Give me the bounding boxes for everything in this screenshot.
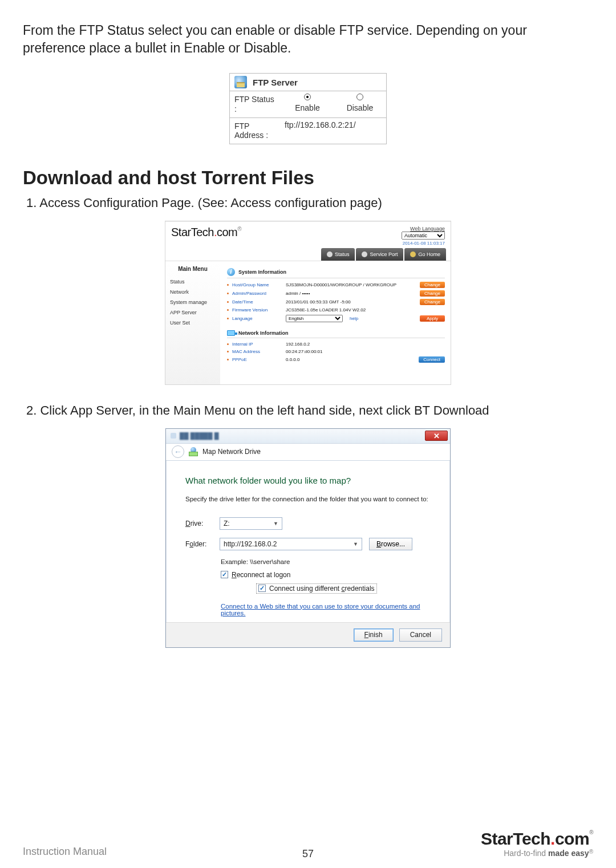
ftp-enable-radio[interactable] xyxy=(304,94,311,100)
topbar-serviceport-button[interactable]: Service Port xyxy=(356,248,403,261)
topbar-status-button[interactable]: Status xyxy=(321,248,355,261)
finish-button[interactable]: Finish xyxy=(354,628,394,642)
ftp-address-value: ftp://192.168.0.2:21/ xyxy=(281,118,386,144)
checkbox-icon xyxy=(221,571,228,578)
different-credentials-checkbox-row[interactable]: Connect using different credentials xyxy=(256,583,377,594)
connect-button[interactable]: Connect xyxy=(419,356,445,363)
change-button[interactable]: Change xyxy=(420,299,445,305)
row-pppoe: PPPoE0.0.0.0Connect xyxy=(227,355,445,364)
reconnect-checkbox-row[interactable]: Reconnect at logon xyxy=(221,571,431,579)
footer-right: StarTech.com® Hard-to-find made easy® xyxy=(481,829,593,858)
row-admin-password: Admin/Passwordadmin / •••••Change xyxy=(227,289,445,298)
ftp-enable-label: Enable xyxy=(295,103,320,112)
row-internal-ip: Internal IP192.168.0.2 xyxy=(227,340,445,348)
startech-logo: StarTech.com® xyxy=(171,226,241,239)
ftp-server-panel: FTP Server FTP Status : Enable Disable F… xyxy=(229,73,387,144)
startech-logo: StarTech.com® xyxy=(481,829,593,849)
sidebar-item-status[interactable]: Status xyxy=(169,277,217,287)
network-information-header: Network Information xyxy=(227,327,445,338)
ftp-title: FTP Server xyxy=(253,78,298,87)
change-button[interactable]: Change xyxy=(420,290,445,297)
sidebar-item-app-server[interactable]: APP Server xyxy=(169,307,217,318)
footer-tagline: Hard-to-find made easy® xyxy=(481,849,593,858)
web-language-select[interactable]: Automatic xyxy=(402,232,445,240)
footer-left: Instruction Manual xyxy=(23,846,107,858)
startech-webui-screenshot: StarTech.com® Web Language Automatic 201… xyxy=(165,221,451,385)
page-number: 57 xyxy=(302,848,314,860)
section-heading: Download and host Torrent Files xyxy=(23,167,593,189)
folder-combo[interactable]: http://192.168.0.2▼ xyxy=(220,538,362,550)
row-date-time: Date/Time2013/01/01 00:53:33 GMT -5:00Ch… xyxy=(227,298,445,306)
system-information-header: i System Information xyxy=(227,267,445,278)
dialog-subtext: Specify the drive letter for the connect… xyxy=(185,496,431,502)
timestamp: 2014-01-08 11:03:17 xyxy=(165,240,451,248)
help-link[interactable]: help xyxy=(350,316,358,321)
status-icon xyxy=(327,252,333,257)
sidebar-item-system-manage[interactable]: System manage xyxy=(169,297,217,307)
info-icon: i xyxy=(227,268,235,276)
web-language: Web Language Automatic xyxy=(402,226,445,240)
window-icon xyxy=(171,433,176,439)
intro-text: From the FTP Status select you can enabl… xyxy=(23,22,593,57)
cancel-button[interactable]: Cancel xyxy=(399,628,442,642)
row-host-group: Host/Group NameSJS38MOJN-D00001/WORKGROU… xyxy=(227,281,445,289)
row-mac: MAC Address00:24:27:d0:00:01 xyxy=(227,348,445,355)
dialog-question: What network folder would you like to ma… xyxy=(185,476,431,485)
language-select[interactable]: English xyxy=(286,315,343,322)
connect-website-link[interactable]: Connect to a Web site that you can use t… xyxy=(221,603,431,616)
chevron-down-icon: ▼ xyxy=(353,541,358,547)
back-button[interactable]: ← xyxy=(172,445,184,458)
row-firmware: Firmware VersionJCS358E-1.05e LOADER 1.0… xyxy=(227,306,445,314)
step-1: 1. Access Configuration Page. (See: Acce… xyxy=(26,194,593,212)
topbar-gohome-button[interactable]: Go Home xyxy=(404,248,446,261)
network-icon xyxy=(227,330,235,336)
row-language: Language English help Apply xyxy=(227,314,445,323)
map-network-drive-dialog: ██ █████ █ ✕ ← Map Network Drive What ne… xyxy=(165,428,451,648)
ftp-icon xyxy=(234,76,247,88)
step-2: 2. Click App Server, in the Main Menu on… xyxy=(26,402,593,419)
map-drive-icon xyxy=(189,447,198,456)
change-button[interactable]: Change xyxy=(420,282,445,288)
chevron-down-icon: ▼ xyxy=(273,521,278,526)
gear-icon xyxy=(362,252,367,257)
browse-button[interactable]: Browse... xyxy=(369,538,412,550)
dialog-titlebar: ██ █████ █ ✕ xyxy=(166,429,450,444)
sidebar-item-user-set[interactable]: User Set xyxy=(169,318,217,328)
ftp-status-label: FTP Status : xyxy=(230,91,281,117)
sidebar-item-network[interactable]: Network xyxy=(169,287,217,297)
drive-select[interactable]: Z:▼ xyxy=(220,517,282,530)
main-menu-sidebar: Main Menu Status Network System manage A… xyxy=(165,261,220,384)
sidebar-title: Main Menu xyxy=(169,266,217,272)
ftp-address-label: FTP Address : xyxy=(230,118,281,144)
ftp-disable-label: Disable xyxy=(347,103,374,112)
ftp-disable-radio[interactable] xyxy=(356,94,363,100)
folder-label: Folder: xyxy=(185,540,213,548)
dialog-title: Map Network Drive xyxy=(202,448,261,456)
checkbox-icon xyxy=(258,585,266,592)
example-text: Example: \\server\share xyxy=(221,558,431,565)
drive-label: Drive: xyxy=(185,520,213,528)
apply-button[interactable]: Apply xyxy=(420,315,445,322)
close-button[interactable]: ✕ xyxy=(425,431,448,441)
home-icon xyxy=(410,252,416,257)
